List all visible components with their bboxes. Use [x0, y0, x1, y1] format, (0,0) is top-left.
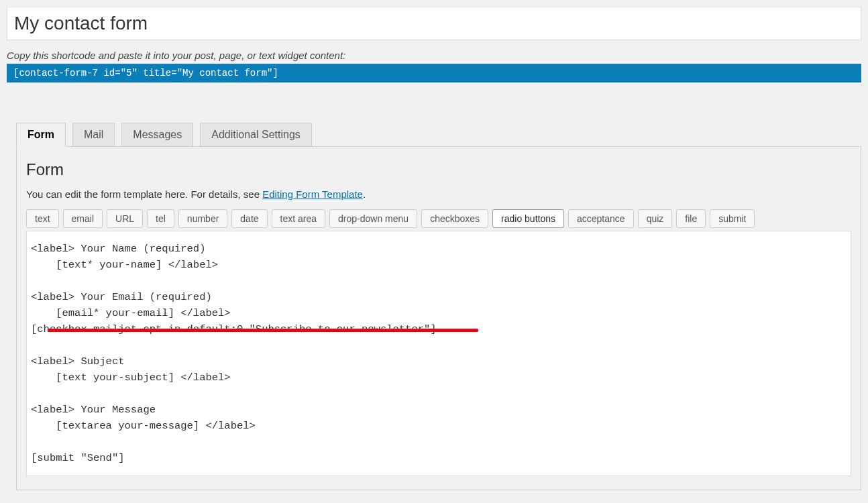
tag-button-drop-down-menu[interactable]: drop-down menu [329, 209, 417, 228]
tag-button-url[interactable]: URL [107, 209, 143, 228]
panel-description: You can edit the form template here. For… [26, 188, 851, 200]
tag-button-text[interactable]: text [26, 209, 59, 228]
editing-form-template-link[interactable]: Editing Form Template [262, 188, 363, 200]
panel-desc-prefix: You can edit the form template here. For… [26, 188, 262, 200]
tag-button-quiz[interactable]: quiz [638, 209, 673, 228]
tag-button-acceptance[interactable]: acceptance [568, 209, 634, 228]
tag-button-email[interactable]: email [63, 209, 103, 228]
tag-button-submit[interactable]: submit [710, 209, 755, 228]
title-input[interactable] [7, 7, 861, 40]
form-template-editor[interactable]: <label> Your Name (required) [text* your… [26, 231, 851, 476]
highlight-underline [48, 329, 478, 332]
panel-title: Form [26, 160, 851, 179]
tab-additional-settings[interactable]: Additional Settings [200, 123, 312, 147]
tag-button-text-area[interactable]: text area [272, 209, 325, 228]
tag-button-checkboxes[interactable]: checkboxes [421, 209, 488, 228]
tab-form[interactable]: Form [16, 123, 66, 147]
shortcode-hint: Copy this shortcode and paste it into yo… [7, 50, 861, 61]
title-input-wrap [0, 0, 868, 40]
tag-buttons: textemailURLtelnumberdatetext areadrop-d… [26, 209, 851, 228]
form-panel: Form You can edit the form template here… [16, 146, 861, 490]
tag-button-number[interactable]: number [178, 209, 227, 228]
editor-area: FormMailMessagesAdditional Settings Form… [0, 82, 868, 490]
panel-desc-suffix: . [363, 188, 366, 200]
tab-messages[interactable]: Messages [121, 123, 193, 147]
tag-button-file[interactable]: file [676, 209, 706, 228]
tag-button-date[interactable]: date [231, 209, 267, 228]
tag-button-tel[interactable]: tel [147, 209, 174, 228]
shortcode-bar[interactable] [7, 64, 861, 82]
tab-mail[interactable]: Mail [72, 123, 115, 147]
tabs: FormMailMessagesAdditional Settings [16, 123, 861, 147]
form-template-code[interactable]: <label> Your Name (required) [text* your… [27, 241, 851, 466]
tag-button-radio-buttons[interactable]: radio buttons [492, 209, 564, 228]
shortcode-section: Copy this shortcode and paste it into yo… [0, 40, 868, 82]
